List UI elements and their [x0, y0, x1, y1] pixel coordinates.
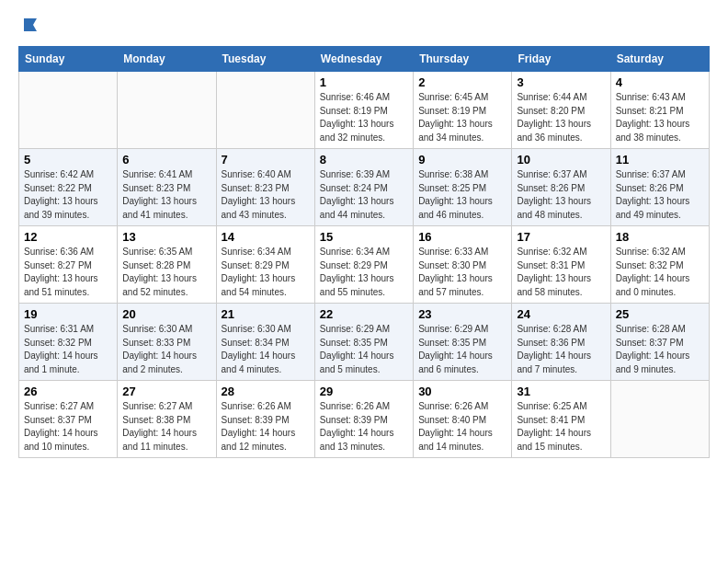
calendar-week-row: 26Sunrise: 6:27 AM Sunset: 8:37 PM Dayli…: [19, 381, 710, 458]
svg-marker-0: [24, 18, 37, 31]
calendar-cell: 27Sunrise: 6:27 AM Sunset: 8:38 PM Dayli…: [118, 381, 216, 458]
day-info: Sunrise: 6:43 AM Sunset: 8:21 PM Dayligh…: [616, 91, 704, 144]
day-info: Sunrise: 6:44 AM Sunset: 8:20 PM Dayligh…: [517, 91, 605, 144]
day-number: 23: [418, 307, 506, 321]
day-info: Sunrise: 6:34 AM Sunset: 8:29 PM Dayligh…: [320, 246, 408, 299]
calendar-cell: 17Sunrise: 6:32 AM Sunset: 8:31 PM Dayli…: [512, 226, 610, 304]
day-number: 25: [616, 307, 704, 321]
day-number: 3: [517, 75, 605, 89]
day-info: Sunrise: 6:46 AM Sunset: 8:19 PM Dayligh…: [320, 91, 408, 144]
day-number: 27: [122, 385, 210, 398]
day-info: Sunrise: 6:40 AM Sunset: 8:23 PM Dayligh…: [222, 168, 310, 222]
calendar-cell: 15Sunrise: 6:34 AM Sunset: 8:29 PM Dayli…: [314, 226, 413, 304]
day-number: 21: [222, 307, 310, 321]
day-number: 30: [418, 385, 506, 398]
day-number: 17: [517, 230, 605, 244]
calendar-cell: 3Sunrise: 6:44 AM Sunset: 8:20 PM Daylig…: [512, 72, 610, 149]
day-info: Sunrise: 6:45 AM Sunset: 8:19 PM Dayligh…: [418, 91, 506, 144]
day-info: Sunrise: 6:38 AM Sunset: 8:25 PM Dayligh…: [418, 168, 506, 222]
calendar-cell: 6Sunrise: 6:41 AM Sunset: 8:23 PM Daylig…: [118, 149, 216, 226]
day-number: 31: [517, 385, 605, 398]
day-number: 4: [616, 75, 704, 89]
calendar-cell: 5Sunrise: 6:42 AM Sunset: 8:22 PM Daylig…: [19, 149, 118, 226]
calendar-cell: 9Sunrise: 6:38 AM Sunset: 8:25 PM Daylig…: [414, 149, 512, 226]
day-info: Sunrise: 6:30 AM Sunset: 8:34 PM Dayligh…: [222, 323, 310, 376]
calendar-cell: 24Sunrise: 6:28 AM Sunset: 8:36 PM Dayli…: [512, 304, 610, 381]
calendar-cell: 10Sunrise: 6:37 AM Sunset: 8:26 PM Dayli…: [512, 149, 610, 226]
calendar-cell: 14Sunrise: 6:34 AM Sunset: 8:29 PM Dayli…: [216, 226, 314, 304]
calendar-cell: 28Sunrise: 6:26 AM Sunset: 8:39 PM Dayli…: [216, 381, 314, 458]
day-info: Sunrise: 6:29 AM Sunset: 8:35 PM Dayligh…: [320, 323, 408, 376]
day-number: 19: [24, 307, 112, 321]
day-info: Sunrise: 6:37 AM Sunset: 8:26 PM Dayligh…: [616, 168, 704, 222]
day-number: 29: [320, 385, 408, 398]
calendar-cell: [610, 381, 709, 458]
day-info: Sunrise: 6:28 AM Sunset: 8:36 PM Dayligh…: [517, 323, 605, 376]
day-info: Sunrise: 6:36 AM Sunset: 8:27 PM Dayligh…: [24, 246, 112, 299]
day-number: 5: [24, 153, 112, 167]
calendar-week-row: 12Sunrise: 6:36 AM Sunset: 8:27 PM Dayli…: [19, 226, 710, 304]
day-number: 9: [418, 153, 506, 167]
day-number: 20: [122, 307, 210, 321]
day-number: 18: [616, 230, 704, 244]
calendar-cell: 30Sunrise: 6:26 AM Sunset: 8:40 PM Dayli…: [414, 381, 512, 458]
calendar-table: SundayMondayTuesdayWednesdayThursdayFrid…: [18, 46, 710, 458]
calendar-cell: 18Sunrise: 6:32 AM Sunset: 8:32 PM Dayli…: [610, 226, 709, 304]
weekday-header: Thursday: [414, 47, 512, 72]
day-number: 12: [24, 230, 112, 244]
weekday-header: Wednesday: [314, 47, 413, 72]
calendar-cell: 7Sunrise: 6:40 AM Sunset: 8:23 PM Daylig…: [216, 149, 314, 226]
day-info: Sunrise: 6:25 AM Sunset: 8:41 PM Dayligh…: [517, 400, 605, 454]
day-info: Sunrise: 6:37 AM Sunset: 8:26 PM Dayligh…: [517, 168, 605, 222]
day-number: 26: [24, 385, 112, 398]
logo-icon: [20, 15, 40, 35]
logo: [18, 15, 40, 35]
weekday-header: Saturday: [610, 47, 709, 72]
weekday-header: Tuesday: [216, 47, 314, 72]
day-info: Sunrise: 6:39 AM Sunset: 8:24 PM Dayligh…: [320, 168, 408, 222]
day-info: Sunrise: 6:31 AM Sunset: 8:32 PM Dayligh…: [24, 323, 112, 376]
calendar-week-row: 1Sunrise: 6:46 AM Sunset: 8:19 PM Daylig…: [19, 72, 710, 149]
calendar-cell: 2Sunrise: 6:45 AM Sunset: 8:19 PM Daylig…: [414, 72, 512, 149]
day-info: Sunrise: 6:26 AM Sunset: 8:40 PM Dayligh…: [418, 400, 506, 454]
calendar-cell: 19Sunrise: 6:31 AM Sunset: 8:32 PM Dayli…: [19, 304, 118, 381]
day-info: Sunrise: 6:35 AM Sunset: 8:28 PM Dayligh…: [122, 246, 210, 299]
day-info: Sunrise: 6:28 AM Sunset: 8:37 PM Dayligh…: [616, 323, 704, 376]
day-number: 2: [418, 75, 506, 89]
day-info: Sunrise: 6:27 AM Sunset: 8:37 PM Dayligh…: [24, 400, 112, 454]
weekday-header: Monday: [118, 47, 216, 72]
calendar-week-row: 19Sunrise: 6:31 AM Sunset: 8:32 PM Dayli…: [19, 304, 710, 381]
calendar-cell: 16Sunrise: 6:33 AM Sunset: 8:30 PM Dayli…: [414, 226, 512, 304]
page: SundayMondayTuesdayWednesdayThursdayFrid…: [0, 0, 728, 473]
day-number: 22: [320, 307, 408, 321]
calendar-cell: 4Sunrise: 6:43 AM Sunset: 8:21 PM Daylig…: [610, 72, 709, 149]
day-info: Sunrise: 6:29 AM Sunset: 8:35 PM Dayligh…: [418, 323, 506, 376]
day-number: 13: [122, 230, 210, 244]
calendar-cell: 29Sunrise: 6:26 AM Sunset: 8:39 PM Dayli…: [314, 381, 413, 458]
calendar-cell: 1Sunrise: 6:46 AM Sunset: 8:19 PM Daylig…: [314, 72, 413, 149]
calendar-cell: 13Sunrise: 6:35 AM Sunset: 8:28 PM Dayli…: [118, 226, 216, 304]
day-number: 1: [320, 75, 408, 89]
day-info: Sunrise: 6:26 AM Sunset: 8:39 PM Dayligh…: [320, 400, 408, 454]
calendar-week-row: 5Sunrise: 6:42 AM Sunset: 8:22 PM Daylig…: [19, 149, 710, 226]
calendar-cell: 8Sunrise: 6:39 AM Sunset: 8:24 PM Daylig…: [314, 149, 413, 226]
calendar-cell: 26Sunrise: 6:27 AM Sunset: 8:37 PM Dayli…: [19, 381, 118, 458]
logo-text: [18, 15, 40, 35]
calendar-cell: 20Sunrise: 6:30 AM Sunset: 8:33 PM Dayli…: [118, 304, 216, 381]
header: [18, 15, 710, 35]
calendar-cell: [216, 72, 314, 149]
day-info: Sunrise: 6:32 AM Sunset: 8:31 PM Dayligh…: [517, 246, 605, 299]
calendar-cell: 12Sunrise: 6:36 AM Sunset: 8:27 PM Dayli…: [19, 226, 118, 304]
day-number: 24: [517, 307, 605, 321]
day-number: 10: [517, 153, 605, 167]
calendar-cell: 25Sunrise: 6:28 AM Sunset: 8:37 PM Dayli…: [610, 304, 709, 381]
day-number: 11: [616, 153, 704, 167]
day-info: Sunrise: 6:34 AM Sunset: 8:29 PM Dayligh…: [222, 246, 310, 299]
day-number: 7: [222, 153, 310, 167]
weekday-header: Friday: [512, 47, 610, 72]
day-number: 6: [122, 153, 210, 167]
day-number: 15: [320, 230, 408, 244]
day-info: Sunrise: 6:42 AM Sunset: 8:22 PM Dayligh…: [24, 168, 112, 222]
calendar-cell: 21Sunrise: 6:30 AM Sunset: 8:34 PM Dayli…: [216, 304, 314, 381]
calendar-cell: 11Sunrise: 6:37 AM Sunset: 8:26 PM Dayli…: [610, 149, 709, 226]
